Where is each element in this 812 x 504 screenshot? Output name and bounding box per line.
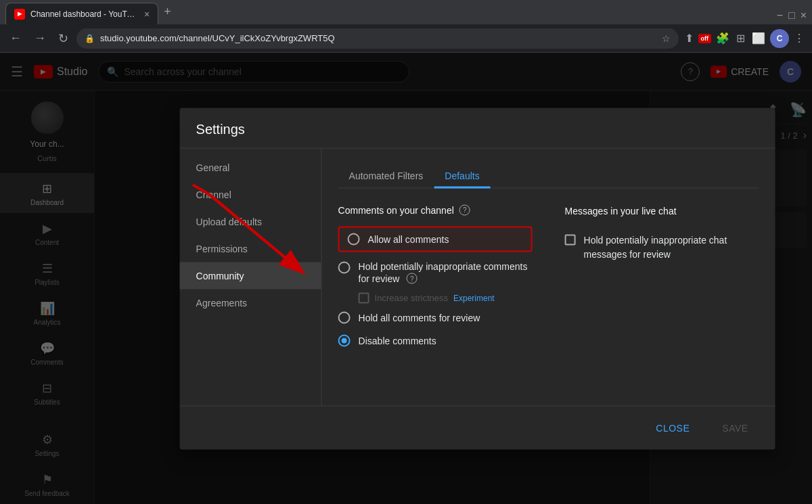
hold-inappropriate-label: Hold potentially inappropriate comments … [359,260,528,283]
close-button[interactable]: × [800,9,807,22]
browser-tab[interactable]: ▶ Channel dashboard - YouTube S... × [5,3,158,24]
disable-radio[interactable] [338,334,351,346]
refresh-button[interactable]: ↻ [54,28,72,49]
comments-section: Comments on your channel ? Allow all com… [338,204,533,352]
hold-inappropriate-radio[interactable] [338,261,351,273]
settings-modal: Settings General Channel Upload defaults [180,108,775,449]
ext-split-icon[interactable]: ⬜ [750,30,767,47]
modal-sidebar-item-channel[interactable]: Channel [180,181,321,208]
strictness-label: Increase strictness [375,293,448,303]
modal-sidebar: General Channel Upload defaults Permissi… [180,148,322,405]
modal-footer: CLOSE SAVE [180,405,775,449]
modal-header: Settings [180,108,775,148]
hold-all-radio[interactable] [338,311,351,323]
share-icon[interactable]: ⬆ [683,30,696,47]
ext-off-icon[interactable]: off [698,34,712,43]
strictness-suboption: Increase strictness Experiment [359,290,533,306]
ext-puzzle-icon[interactable]: 🧩 [714,30,731,47]
chat-checkbox[interactable] [565,234,576,245]
tab-automated-filters[interactable]: Automated Filters [338,164,434,188]
modal-sidebar-item-agreements[interactable]: Agreements [180,289,321,316]
modal-sidebar-item-general[interactable]: General [180,154,321,181]
browser-nav-bar: ← → ↻ 🔒 studio.youtube.com/channel/UCvY_… [0,24,812,53]
chat-option-label: Hold potentially inappropriate chat mess… [584,233,759,261]
new-tab-button[interactable]: + [158,2,177,22]
comments-help-icon[interactable]: ? [459,204,470,215]
modal-sidebar-item-permissions[interactable]: Permissions [180,235,321,262]
comments-section-title: Comments on your channel ? [338,204,533,215]
browser-menu-icon[interactable]: ⋮ [792,30,807,47]
forward-button[interactable]: → [30,28,50,48]
disable-label: Disable comments [359,335,436,346]
maximize-button[interactable]: □ [788,9,795,22]
lock-icon: 🔒 [85,34,95,43]
save-button-modal[interactable]: SAVE [711,417,759,438]
chat-section: Messages in your live chat Hold potentia… [565,204,759,352]
allow-all-label: Allow all comments [368,233,449,244]
browser-extensions: ⬆ off 🧩 ⊞ ⬜ C ⋮ [683,29,807,48]
modal-title: Settings [196,121,759,137]
window-controls: − □ × [777,9,807,22]
bookmark-icon[interactable]: ☆ [662,33,671,44]
browser-window: ▶ Channel dashboard - YouTube S... × + −… [0,0,812,504]
ext-menu-icon[interactable]: ⊞ [734,30,747,47]
modal-body: General Channel Upload defaults Permissi… [180,148,775,405]
address-bar[interactable]: 🔒 studio.youtube.com/channel/UCvY_ilCkXo… [76,28,679,49]
hold-all-label: Hold all comments for review [359,312,480,323]
user-avatar-browser[interactable]: C [770,29,789,48]
url-text: studio.youtube.com/channel/UCvY_ilCkXoZY… [100,33,656,43]
back-button[interactable]: ← [5,28,26,48]
modal-sidebar-item-community[interactable]: Community [180,262,321,289]
modal-content: Automated Filters Defaults Comments on y… [322,148,775,405]
browser-tab-bar: ▶ Channel dashboard - YouTube S... × + −… [0,0,812,24]
allow-all-radio[interactable] [348,233,360,245]
modal-sidebar-item-upload-defaults[interactable]: Upload defaults [180,208,321,235]
yt-studio-app: ☰ ▶ Studio 🔍 ? ▶ CREATE C [0,53,812,504]
experiment-badge[interactable]: Experiment [453,293,495,302]
tab-close-icon[interactable]: × [144,9,150,20]
tab-defaults[interactable]: Defaults [434,164,490,188]
tab-title: Channel dashboard - YouTube S... [30,9,139,19]
hold-all-option[interactable]: Hold all comments for review [338,306,533,329]
strictness-checkbox[interactable] [359,292,369,303]
chat-option[interactable]: Hold potentially inappropriate chat mess… [565,227,759,267]
settings-sections: Comments on your channel ? Allow all com… [338,204,759,352]
allow-all-comments-option[interactable]: Allow all comments [338,226,533,252]
close-button-modal[interactable]: CLOSE [645,417,700,438]
hold-inappropriate-option[interactable]: Hold potentially inappropriate comments … [338,254,533,290]
disable-comments-option[interactable]: Disable comments [338,329,533,352]
tab-favicon: ▶ [14,9,25,20]
modal-tabs: Automated Filters Defaults [338,164,759,188]
help-inline-icon[interactable]: ? [407,273,418,284]
chat-section-title: Messages in your live chat [565,204,759,216]
minimize-button[interactable]: − [777,9,783,22]
